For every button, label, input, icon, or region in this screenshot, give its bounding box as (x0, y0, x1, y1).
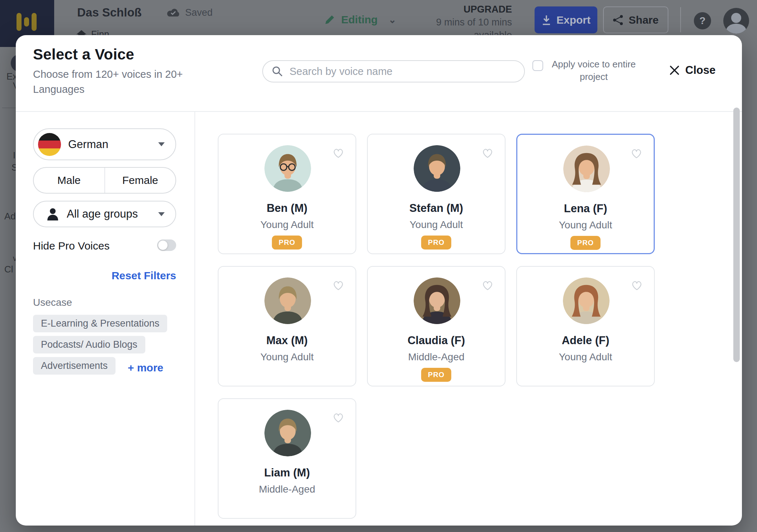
gender-segmented-control: Male Female (33, 167, 176, 194)
voice-photo (264, 145, 311, 192)
more-usecases-link[interactable]: + more (128, 362, 163, 374)
language-select-value: German (68, 138, 151, 151)
favorite-heart-icon[interactable] (630, 279, 643, 292)
favorite-heart-icon[interactable] (332, 279, 345, 292)
hide-pro-label: Hide Pro Voices (33, 240, 109, 252)
close-icon (669, 65, 680, 75)
usecase-tag[interactable]: Advertisements (33, 357, 116, 375)
select-voice-modal: Select a Voice Choose from 120+ voices i… (16, 35, 742, 526)
usecase-tag[interactable]: E-Learning & Presentations (33, 315, 167, 332)
favorite-heart-icon[interactable] (481, 279, 494, 292)
chevron-down-icon: ⌄ (389, 14, 396, 25)
voice-card-grid: Ben (M) Young Adult PRO Stefan (M) Young… (218, 134, 655, 519)
german-flag-icon (38, 133, 61, 156)
voice-name: Claudia (F) (368, 334, 505, 347)
pro-badge: PRO (421, 368, 451, 382)
voice-photo (414, 145, 460, 192)
gender-option-female[interactable]: Female (105, 168, 176, 193)
voice-name: Ben (M) (218, 202, 356, 215)
export-button-label: Export (556, 14, 591, 26)
voice-photo (414, 277, 460, 324)
gender-option-male[interactable]: Male (34, 168, 105, 193)
voice-photo (563, 146, 610, 192)
avatar-person-icon (731, 13, 741, 23)
voice-name: Lena (F) (517, 202, 654, 215)
voice-photo (264, 277, 311, 324)
language-select[interactable]: German (33, 128, 176, 160)
cloud-check-icon (166, 8, 181, 18)
sidebar-partial-label: Ad (4, 211, 16, 222)
usecase-tag[interactable]: Podcasts/ Audio Blogs (33, 336, 145, 353)
voice-search[interactable] (262, 60, 525, 82)
sidebar-partial-label: Cl (4, 264, 13, 275)
voice-name: Liam (M) (218, 466, 356, 479)
voice-name: Adele (F) (517, 334, 654, 347)
modal-subtitle: Choose from 120+ voices in 20+ Languages (33, 67, 198, 97)
hide-pro-toggle[interactable] (157, 239, 176, 251)
pro-badge: PRO (272, 236, 302, 250)
usecase-heading: Usecase (33, 297, 72, 308)
voice-age-group: Young Adult (517, 351, 654, 363)
voice-age-group: Middle-Aged (218, 484, 356, 495)
upgrade-label[interactable]: UPGRADE (436, 3, 512, 16)
voice-age-group: Young Adult (218, 219, 356, 231)
save-status-label: Saved (185, 7, 213, 18)
save-status: Saved (166, 7, 213, 18)
voice-card[interactable]: Ben (M) Young Adult PRO (218, 134, 356, 254)
favorite-heart-icon[interactable] (332, 147, 345, 160)
toggle-knob (158, 241, 168, 250)
sidebar-partial-label: I (13, 150, 15, 161)
voice-age-group: Young Adult (218, 351, 356, 363)
search-icon (272, 66, 283, 77)
share-button-label: Share (629, 14, 658, 26)
user-avatar[interactable] (723, 8, 749, 34)
reset-filters-link[interactable]: Reset Filters (33, 270, 176, 282)
favorite-heart-icon[interactable] (630, 147, 643, 160)
search-input[interactable] (290, 66, 516, 77)
export-button[interactable]: Export (535, 6, 597, 33)
voice-card[interactable]: Liam (M) Middle-Aged (218, 398, 356, 519)
caret-down-icon (158, 212, 165, 216)
voice-name: Max (M) (218, 334, 356, 347)
mode-label: Editing (341, 14, 378, 26)
voice-card[interactable]: Lena (F) Young Adult PRO (516, 134, 655, 254)
close-button[interactable]: Close (669, 64, 715, 77)
voice-age-group: Young Adult (517, 219, 654, 231)
person-icon (47, 208, 59, 220)
favorite-heart-icon[interactable] (332, 411, 345, 424)
modal-title: Select a Voice (33, 46, 134, 63)
apply-voice-checkbox[interactable] (532, 60, 543, 71)
share-button[interactable]: Share (603, 6, 668, 33)
help-button[interactable]: ? (694, 12, 711, 29)
pencil-icon (324, 14, 335, 25)
usecase-tags: E-Learning & Presentations Podcasts/ Aud… (33, 315, 184, 378)
voice-card[interactable]: Adele (F) Young Adult (516, 266, 655, 386)
voice-card[interactable]: Max (M) Young Adult (218, 266, 356, 386)
voice-age-group: Middle-Aged (368, 351, 505, 363)
caret-down-icon (158, 142, 165, 146)
favorite-heart-icon[interactable] (481, 147, 494, 160)
close-button-label: Close (685, 64, 715, 77)
scrollbar-thumb[interactable] (733, 108, 740, 362)
quota-line1: 9 mins of 10 mins (436, 16, 512, 29)
voice-name: Stefan (M) (368, 202, 505, 215)
project-title: Das Schloß (77, 6, 142, 19)
voice-photo (264, 410, 311, 456)
pro-badge: PRO (421, 236, 451, 250)
voice-card[interactable]: Claudia (F) Middle-Aged PRO (367, 266, 506, 386)
pro-badge: PRO (570, 236, 601, 250)
age-group-select[interactable]: All age groups (33, 201, 176, 227)
age-group-value: All age groups (67, 208, 150, 220)
voice-age-group: Young Adult (368, 219, 505, 231)
header-divider (680, 7, 681, 32)
mode-dropdown[interactable]: Editing ⌄ (324, 14, 396, 26)
voice-card[interactable]: Stefan (M) Young Adult PRO (367, 134, 506, 254)
apply-voice-label: Apply voice to entire project (549, 58, 639, 83)
modal-header-divider (16, 111, 742, 112)
filter-panel-divider (194, 112, 195, 526)
voice-photo (563, 277, 610, 324)
sidebar-divider (2, 108, 16, 108)
share-icon (613, 15, 624, 25)
help-icon: ? (699, 15, 705, 27)
download-icon (541, 15, 551, 25)
